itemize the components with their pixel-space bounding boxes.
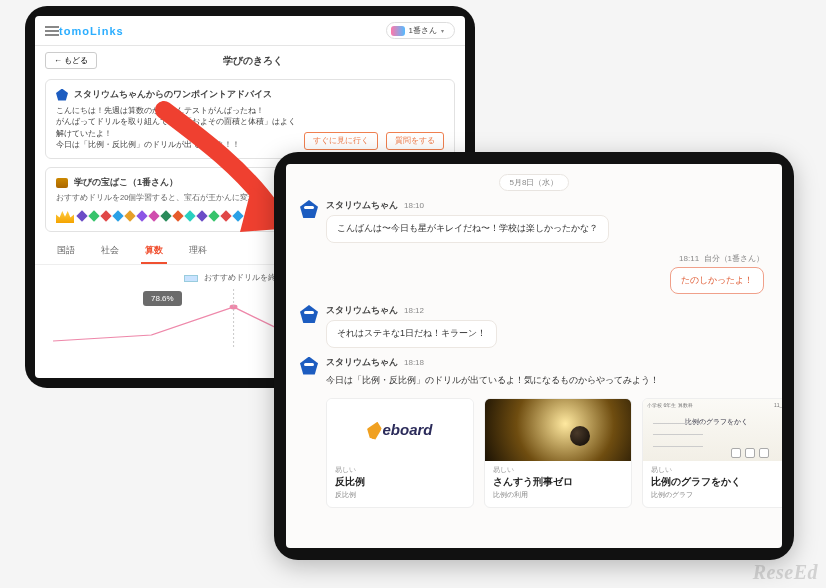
drill-tag: 易しい xyxy=(493,466,623,475)
feather-icon xyxy=(365,419,384,440)
drill-cards-row: eboard 易しい 反比例 反比例 易しい さんすう刑事ゼロ xyxy=(326,398,782,508)
bot-name: スタリウムちゃん xyxy=(326,356,398,369)
page-title: 学びのきろく xyxy=(105,54,401,68)
gem-icon xyxy=(208,210,219,221)
drill-title: さんすう刑事ゼロ xyxy=(493,476,623,489)
gem-icon xyxy=(196,210,207,221)
bot-bubble: こんばんは〜今日も星がキレイだね〜！学校は楽しかったかな？ xyxy=(326,215,609,243)
drill-card[interactable]: 易しい さんすう刑事ゼロ 比例の利用 xyxy=(484,398,632,508)
gem-icon xyxy=(220,210,231,221)
drill-thumb: 小学校 6年生 算数科11_6 比例のグラフをかく xyxy=(643,399,782,461)
drill-tag: 易しい xyxy=(651,466,781,475)
bot-name: スタリウムちゃん xyxy=(326,304,398,317)
gem-icon xyxy=(184,210,195,221)
bot-message: スタリウムちゃん18:10 こんばんは〜今日も星がキレイだね〜！学校は楽しかった… xyxy=(300,199,768,243)
bot-bubble: それはステキな1日だね！キラーン！ xyxy=(326,320,497,348)
back-button[interactable]: ← もどる xyxy=(45,52,97,69)
watermark: ReseEd xyxy=(753,561,818,584)
bot-message: スタリウムちゃん18:12 それはステキな1日だね！キラーン！ xyxy=(300,304,768,348)
bot-message: スタリウムちゃん18:18 今日は「比例・反比例」のドリルが出ているよ！気になる… xyxy=(300,356,768,508)
avatar-icon xyxy=(391,26,405,36)
msg-time: 18:18 xyxy=(404,358,424,367)
back-button-label: もどる xyxy=(64,56,88,65)
chevron-left-icon: ← xyxy=(54,56,64,65)
crown-icon xyxy=(56,209,74,223)
subject-tab[interactable]: 社会 xyxy=(97,238,123,264)
subject-tab[interactable]: 算数 xyxy=(141,238,167,264)
ask-question-button[interactable]: 質問をする xyxy=(386,132,444,150)
msg-time: 18:10 xyxy=(404,201,424,210)
gem-icon xyxy=(76,210,87,221)
tablet-front: 5月8日（水） スタリウムちゃん18:10 こんばんは〜今日も星がキレイだね〜！… xyxy=(274,152,794,560)
app-logo: tomoLinks xyxy=(59,25,124,37)
hamburger-icon[interactable] xyxy=(45,26,59,36)
gem-icon xyxy=(100,210,111,221)
eboard-logo: eboard xyxy=(367,421,432,439)
chat-screen: 5月8日（水） スタリウムちゃん18:10 こんばんは〜今日も星がキレイだね〜！… xyxy=(286,164,782,548)
page-header: ← もどる 学びのきろく xyxy=(35,46,465,75)
drill-card[interactable]: 小学校 6年生 算数科11_6 比例のグラフをかく 易しい 比例のグラフをかく … xyxy=(642,398,782,508)
top-bar: tomoLinks 1番さん ▾ xyxy=(35,16,465,46)
gem-icon xyxy=(160,210,171,221)
gem-icon xyxy=(172,210,183,221)
drill-thumb: eboard xyxy=(327,399,473,461)
gem-icon xyxy=(148,210,159,221)
treasure-chest-icon xyxy=(56,178,68,188)
bot-avatar-icon xyxy=(300,357,318,375)
treasure-heading-text: 学びの宝ばこ（1番さん） xyxy=(74,176,178,189)
user-label: 自分（1番さん） xyxy=(704,254,764,263)
bot-icon xyxy=(56,89,68,101)
bot-text: 今日は「比例・反比例」のドリルが出ているよ！気になるものからやってみよう！ xyxy=(326,374,782,387)
drill-card[interactable]: eboard 易しい 反比例 反比例 xyxy=(326,398,474,508)
drill-tag: 易しい xyxy=(335,466,465,475)
drill-sub: 比例の利用 xyxy=(493,490,623,500)
drill-thumb xyxy=(485,399,631,461)
drill-sub: 比例のグラフ xyxy=(651,490,781,500)
gem-icon xyxy=(124,210,135,221)
gem-icon xyxy=(232,210,243,221)
msg-time: 18:12 xyxy=(404,306,424,315)
user-name: 1番さん xyxy=(409,25,437,36)
date-chip: 5月8日（水） xyxy=(499,174,570,191)
gem-icon xyxy=(256,210,267,221)
subject-tab[interactable]: 国語 xyxy=(53,238,79,264)
go-now-button[interactable]: すぐに見に行く xyxy=(304,132,378,150)
msg-time: 18:11 xyxy=(679,254,699,263)
drill-title: 比例のグラフをかく xyxy=(651,476,781,489)
bot-avatar-icon xyxy=(300,200,318,218)
drill-title: 反比例 xyxy=(335,476,465,489)
bot-avatar-icon xyxy=(300,305,318,323)
drill-sub: 反比例 xyxy=(335,490,465,500)
subject-tab[interactable]: 理科 xyxy=(185,238,211,264)
advice-body: こんにちは！先週は算数のかくにんテストがんばったね！ がんばってドリルを取り組ん… xyxy=(56,105,296,150)
user-bubble: たのしかったよ！ xyxy=(670,267,764,295)
advice-heading-text: スタリウムちゃんからのワンポイントアドバイス xyxy=(74,88,272,101)
bot-name: スタリウムちゃん xyxy=(326,199,398,212)
advice-card: スタリウムちゃんからのワンポイントアドバイス こんにちは！先週は算数のかくにんテ… xyxy=(45,79,455,159)
user-message: 18:11 自分（1番さん） たのしかったよ！ xyxy=(670,253,764,295)
chevron-down-icon: ▾ xyxy=(441,27,444,34)
user-menu[interactable]: 1番さん ▾ xyxy=(386,22,455,39)
advice-heading: スタリウムちゃんからのワンポイントアドバイス xyxy=(56,88,444,101)
gem-icon xyxy=(136,210,147,221)
gem-icon xyxy=(244,210,255,221)
legend-swatch xyxy=(184,275,198,282)
gem-icon xyxy=(88,210,99,221)
gem-icon xyxy=(112,210,123,221)
